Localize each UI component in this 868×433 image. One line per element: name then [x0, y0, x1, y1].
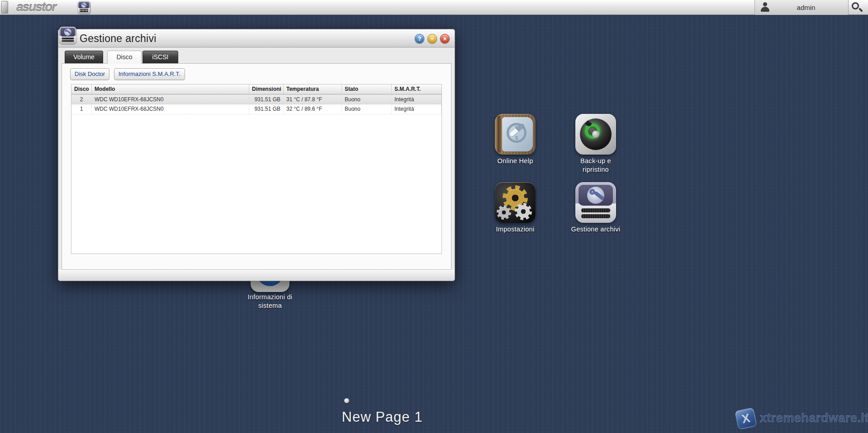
compass-south-label: S	[515, 136, 518, 141]
page-indicator-dot[interactable]	[344, 398, 349, 403]
help-button[interactable]: ?	[415, 34, 424, 43]
table-row[interactable]: 1 WDC WD10EFRX-68JCSN0 931.51 GB 32 °C /…	[71, 104, 441, 114]
drive-icon	[575, 182, 616, 223]
window-titlebar[interactable]: Gestione archivi ? − ×	[58, 29, 455, 47]
watermark: X xtremehardware.it	[733, 406, 868, 432]
cell-smart: Integrità	[392, 95, 441, 104]
page-title: New Page 1	[316, 409, 449, 425]
book-spine	[498, 116, 501, 153]
icon-label-informazioni-di-sistema: Informazioni di sistema	[238, 293, 302, 310]
cell-disco: 1	[71, 104, 92, 114]
compass-icon: N S	[502, 117, 533, 151]
cell-modello: WDC WD10EFRX-68JCSN0	[92, 95, 249, 104]
user-menu[interactable]: admin	[754, 0, 849, 15]
window-gestione-archivi: Gestione archivi ? − × Volume Disco iSCS…	[58, 29, 455, 281]
tab-disco[interactable]: Disco	[107, 51, 142, 64]
window-title: Gestione archivi	[80, 29, 157, 47]
search-icon[interactable]	[851, 2, 863, 14]
minimize-button[interactable]: −	[427, 34, 437, 43]
column-header-temperatura[interactable]: Temperatura	[284, 85, 342, 94]
cell-dimensioni: 931.51 GB	[249, 95, 284, 104]
taskbar-app-gestione-archivi[interactable]	[77, 0, 91, 14]
cell-modello: WDC WD10EFRX-68JCSN0	[92, 104, 249, 114]
cell-stato: Buono	[342, 95, 392, 104]
watermark-badge-letter: X	[735, 408, 756, 429]
disk-table-header[interactable]: Disco Modello Dimensioni Temperatura Sta…	[71, 85, 441, 94]
cell-disco: 2	[71, 95, 92, 104]
cell-temperatura: 32 °C / 89.6 °F	[284, 104, 342, 114]
cell-temperatura: 31 °C / 87.8 °F	[284, 95, 342, 104]
column-header-modello[interactable]: Modello	[92, 85, 249, 94]
gear-icon	[497, 205, 511, 220]
cell-stato: Buono	[342, 104, 392, 114]
desktop: { "topbar": { "logo": "asustor", "taskba…	[0, 0, 868, 433]
close-button[interactable]: ×	[440, 34, 450, 43]
tab-volume[interactable]: Volume	[65, 51, 103, 63]
tab-iscsi[interactable]: iSCSI	[142, 51, 178, 63]
smart-info-button[interactable]: Informazioni S.M.A.R.T.	[114, 68, 185, 80]
cell-smart: Integrità	[392, 104, 441, 114]
cell-dimensioni: 931.51 GB	[249, 104, 284, 114]
column-header-disco[interactable]: Disco	[71, 85, 92, 94]
asustor-logo: asustor	[16, 0, 56, 15]
user-name: admin	[764, 0, 848, 15]
column-header-stato[interactable]: Stato	[342, 85, 392, 94]
tab-content-disco: Disk Doctor Informazioni S.M.A.R.T. Disc…	[62, 63, 451, 270]
desktop-icon-impostazioni[interactable]	[495, 182, 536, 223]
drive-icon	[78, 1, 90, 14]
icon-label-backup-ripristino: Back-up e ripristino	[571, 157, 621, 174]
xtremehardware-logo-icon: X	[735, 407, 757, 430]
icon-label-impostazioni: Impostazioni	[481, 225, 549, 234]
desktop-icon-online-help[interactable]: N S	[495, 114, 536, 155]
gear-icon	[515, 203, 532, 220]
column-header-smart[interactable]: S.M.A.R.T.	[392, 85, 441, 94]
panel-handle[interactable]	[1, 1, 8, 14]
disk-doctor-button[interactable]: Disk Doctor	[70, 68, 109, 80]
watermark-text: xtremehardware.it	[760, 411, 868, 425]
desktop-icon-backup-ripristino[interactable]	[575, 114, 616, 155]
drive-icon	[59, 27, 76, 47]
icon-label-gestione-archivi: Gestione archivi	[562, 225, 630, 234]
column-header-dimensioni[interactable]: Dimensioni	[249, 85, 284, 94]
disk-table: Disco Modello Dimensioni Temperatura Sta…	[71, 84, 442, 254]
top-bar: asustor admin	[0, 0, 868, 15]
backup-restore-icon	[580, 118, 612, 150]
window-footer	[58, 270, 455, 281]
icon-label-online-help: Online Help	[481, 157, 549, 165]
desktop-icon-gestione-archivi[interactable]	[575, 182, 616, 223]
table-row[interactable]: 2 WDC WD10EFRX-68JCSN0 931.51 GB 31 °C /…	[71, 94, 441, 104]
